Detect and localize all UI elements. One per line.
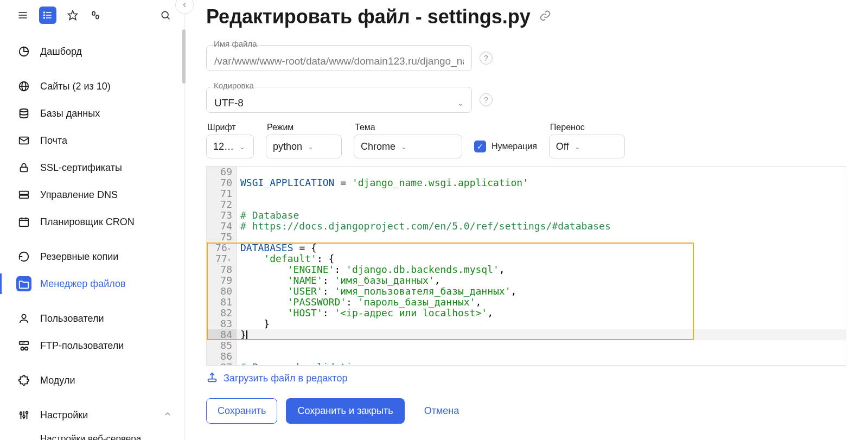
- nav-label: Управление DNS: [40, 189, 118, 201]
- chevron-down-icon: ⌄: [575, 143, 580, 151]
- filename-input[interactable]: [206, 45, 472, 71]
- link-icon[interactable]: [539, 10, 551, 24]
- nav-file-manager[interactable]: Менеджер файлов: [0, 270, 184, 297]
- encoding-value: UTF-8: [214, 97, 244, 109]
- nav-label: Менеджер файлов: [40, 278, 125, 290]
- hamburger-icon[interactable]: [16, 9, 29, 22]
- nav-mail[interactable]: Почта: [0, 127, 184, 154]
- save-button[interactable]: Сохранить: [206, 398, 277, 424]
- encoding-select[interactable]: UTF-8 ⌄: [206, 87, 472, 113]
- nav-label: Сайты (2 из 10): [40, 81, 111, 92]
- nav-ftp[interactable]: FTPFTP-пользователи: [0, 332, 184, 359]
- nav-db[interactable]: Базы данных: [0, 100, 184, 127]
- nav-label: Пользователи: [40, 313, 104, 324]
- sidebar: Дашборд Сайты (2 из 10) Базы данных Почт…: [0, 0, 184, 440]
- nav-label: Дашборд: [40, 46, 82, 58]
- nav-label: SSL-сертификаты: [40, 162, 122, 174]
- ftp-icon: FTP: [16, 338, 31, 353]
- footsteps-icon[interactable]: [89, 9, 102, 22]
- search-icon[interactable]: [159, 9, 172, 22]
- svg-point-8: [44, 17, 45, 18]
- font-select[interactable]: 12…⌄: [206, 135, 254, 158]
- svg-point-12: [162, 11, 168, 18]
- encoding-label: Кодировка: [206, 81, 846, 90]
- nav-dns[interactable]: Управление DNS: [0, 181, 184, 208]
- theme-select[interactable]: Chrome⌄: [354, 135, 462, 158]
- mode-label: Режим: [266, 123, 342, 132]
- svg-rect-38: [208, 379, 216, 382]
- svg-point-35: [23, 416, 25, 418]
- mode-select[interactable]: python⌄: [266, 135, 342, 158]
- nav-label: Почта: [40, 135, 67, 146]
- chevron-down-icon: ⌄: [457, 99, 464, 107]
- nav-ssl[interactable]: SSL-сертификаты: [0, 154, 184, 181]
- nav-modules[interactable]: Модули: [0, 367, 184, 394]
- nav-cron[interactable]: Планировщик CRON: [0, 208, 184, 235]
- theme-label: Тема: [354, 123, 462, 132]
- svg-rect-22: [20, 195, 29, 199]
- nav-label: Базы данных: [40, 108, 100, 119]
- numbering-label: Нумерация: [492, 142, 537, 151]
- svg-point-11: [96, 15, 99, 19]
- nav-settings-web[interactable]: Настройки веб-сервера: [0, 429, 184, 440]
- nav: Дашборд Сайты (2 из 10) Базы данных Почт…: [0, 33, 184, 440]
- nav-sites[interactable]: Сайты (2 из 10): [0, 73, 184, 100]
- svg-rect-21: [20, 192, 29, 195]
- code-editor[interactable]: 69 70WSGI_APPLICATION = 'django_name.wsg…: [206, 166, 846, 366]
- upload-icon[interactable]: [206, 371, 218, 385]
- chevron-up-icon: [163, 410, 172, 421]
- chevron-down-icon: ⌄: [401, 143, 407, 151]
- user-icon: [16, 311, 31, 326]
- chevron-down-icon: ⌄: [308, 143, 314, 151]
- svg-rect-23: [20, 219, 29, 227]
- nav-label: Модули: [40, 375, 75, 386]
- nav-users[interactable]: Пользователи: [0, 305, 184, 332]
- numbering-checkbox[interactable]: ✓ Нумерация: [474, 135, 537, 158]
- nav-settings[interactable]: Настройки: [0, 401, 184, 429]
- nav-backups[interactable]: Резервные копии: [0, 243, 184, 270]
- svg-rect-20: [21, 167, 28, 171]
- save-close-button[interactable]: Сохранить и закрыть: [286, 398, 404, 424]
- svg-point-37: [26, 412, 28, 414]
- nav-dashboard[interactable]: Дашборд: [0, 38, 184, 65]
- main: Редактировать файл - settings.py Имя фай…: [184, 0, 868, 440]
- nav-label: Планировщик CRON: [40, 216, 135, 228]
- wrap-select[interactable]: Off⌄: [549, 135, 625, 158]
- upload-link[interactable]: Загрузить файл в редактор: [224, 373, 347, 384]
- folder-icon: [16, 276, 31, 291]
- svg-point-18: [20, 109, 28, 112]
- lock-icon: [16, 160, 31, 175]
- dashboard-icon: [16, 44, 31, 59]
- nav-label: Резервные копии: [40, 251, 118, 263]
- svg-point-30: [21, 347, 24, 350]
- check-icon: ✓: [474, 141, 486, 152]
- chevron-down-icon: ⌄: [239, 143, 245, 151]
- nav-label: FTP-пользователи: [40, 340, 124, 352]
- sidebar-toolbar: [0, 0, 184, 33]
- svg-point-7: [44, 15, 45, 16]
- star-icon[interactable]: [66, 9, 79, 22]
- cancel-button[interactable]: Отмена: [413, 399, 470, 423]
- sliders-icon: [16, 407, 31, 423]
- font-label: Шрифт: [206, 123, 254, 132]
- button-row: Сохранить Сохранить и закрыть Отмена: [206, 398, 846, 424]
- list-view-icon[interactable]: [39, 7, 56, 24]
- wrap-label: Перенос: [549, 123, 625, 132]
- svg-point-6: [44, 12, 45, 13]
- help-icon[interactable]: ?: [480, 93, 493, 106]
- dns-icon: [16, 187, 31, 202]
- cursor: [246, 330, 247, 340]
- mail-icon: [16, 133, 31, 148]
- puzzle-icon: [16, 373, 31, 388]
- calendar-icon: [16, 214, 31, 229]
- page-title: Редактировать файл - settings.py: [206, 5, 531, 28]
- refresh-icon: [16, 249, 31, 264]
- svg-point-10: [92, 11, 95, 15]
- fold-icon[interactable]: ▾: [227, 245, 232, 253]
- database-icon: [16, 106, 31, 121]
- svg-point-27: [22, 315, 25, 318]
- nav-label: Настройки: [40, 410, 88, 421]
- help-icon[interactable]: ?: [480, 52, 493, 65]
- filename-label: Имя файла: [206, 39, 846, 48]
- fold-icon[interactable]: ▾: [227, 256, 232, 264]
